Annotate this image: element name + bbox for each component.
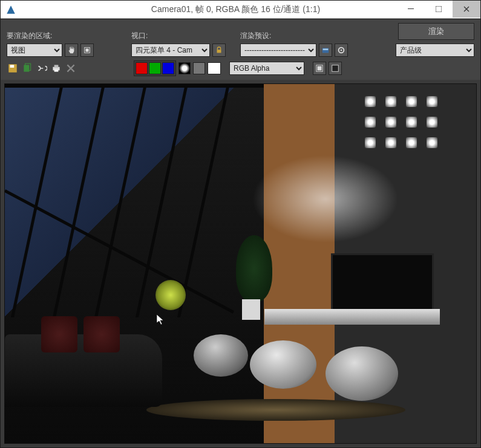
maximize-button[interactable] [425,1,453,18]
lock-viewport-button[interactable] [212,44,226,57]
channel-clear-button[interactable] [208,62,221,74]
channel-select[interactable]: RGB Alpha [229,62,304,75]
plant [236,235,266,320]
tv-screen [331,253,434,314]
ceiling-lights [365,96,440,151]
render-toolbar: 要渲染的区域: 视图 视口: 四元菜单 4 - [1,19,480,58]
skylight-frame [5,84,264,317]
svg-rect-4 [217,50,221,53]
tv-shelf [264,309,440,325]
svg-rect-10 [10,65,15,68]
svg-rect-6 [323,48,329,50]
preset-label: 渲染预设: [240,31,361,41]
light-glow [155,280,186,310]
rendered-image [5,84,476,443]
channel-red-button[interactable] [136,62,148,74]
svg-point-8 [341,50,342,51]
svg-rect-1 [436,6,442,12]
save-icon[interactable] [7,62,19,74]
quality-select[interactable]: 产品级 [396,44,474,57]
rug [146,399,405,421]
preset-load-button[interactable] [319,44,332,57]
channel-mono-button[interactable] [193,62,205,74]
channel-blue-button[interactable] [162,62,174,74]
titlebar: Camera01, 帧 0, RGBA 颜色 16 位/通道 (1:1) [1,1,480,19]
armchair [326,346,398,401]
region-label: 要渲染的区域: [7,31,128,41]
copy-icon[interactable] [21,62,33,74]
window-controls [397,1,480,18]
svg-rect-17 [318,67,322,71]
channel-alpha-button[interactable] [178,62,191,74]
cushion [83,316,120,352]
svg-rect-3 [85,48,88,51]
svg-rect-18 [332,65,339,72]
svg-rect-0 [408,8,414,9]
region-crop-button[interactable] [80,44,94,57]
svg-rect-14 [54,65,59,68]
clone-icon[interactable] [36,62,48,74]
preset-settings-button[interactable] [335,44,348,57]
channel-green-button[interactable] [149,62,161,74]
print-icon[interactable] [50,62,62,74]
render-viewport[interactable] [4,83,477,444]
overlay-toggle-a-button[interactable] [313,62,326,75]
delete-icon[interactable] [65,62,77,74]
render-frame-window: Camera01, 帧 0, RGBA 颜色 16 位/通道 (1:1) 要渲染… [0,0,481,448]
viewport-label: 视口: [131,31,237,41]
render-button[interactable]: 渲染 [398,23,474,40]
region-hand-button[interactable] [65,44,78,57]
app-icon [5,4,16,15]
svg-rect-15 [54,70,59,71]
image-toolbar: RGB Alpha [1,58,480,80]
viewport-select[interactable]: 四元菜单 4 - Cam [131,44,210,57]
armchair [194,334,248,377]
overlay-toggle-b-button[interactable] [329,62,342,75]
cushion [41,316,77,352]
region-select[interactable]: 视图 [7,44,62,57]
preset-select[interactable]: ------------------------- [240,44,316,57]
minimize-button[interactable] [397,1,425,18]
armchair [250,340,316,389]
rgb-channel-group [134,60,176,76]
close-button[interactable] [453,1,480,18]
